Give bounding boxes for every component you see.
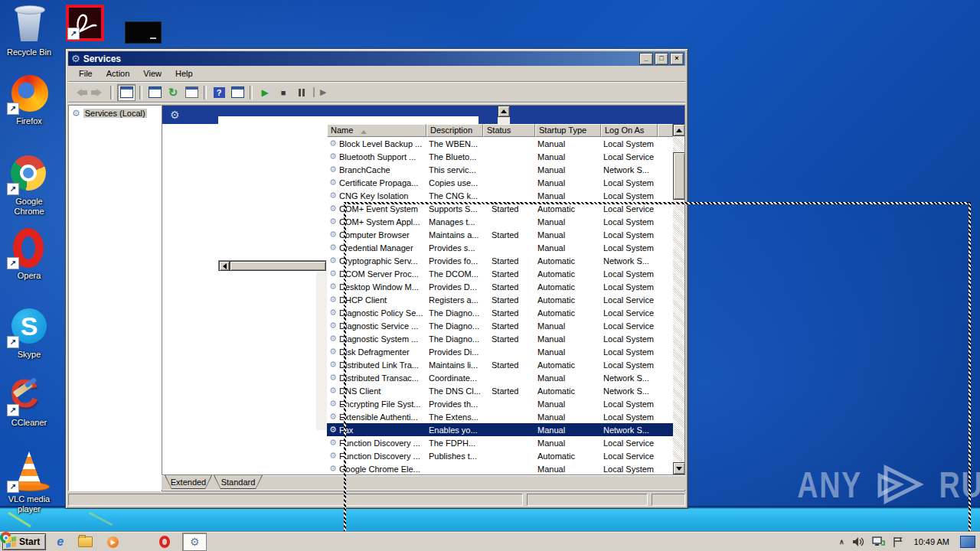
properties-icon[interactable] — [146, 85, 163, 100]
title-bar[interactable]: ⚙ Services _ □ × — [68, 51, 685, 66]
tab-label: Extended — [165, 475, 211, 488]
taskbar-services-button[interactable]: ⚙ — [182, 533, 207, 551]
cell-start: Manual — [535, 217, 601, 227]
service-row-14[interactable]: ⚙Diagnostic Policy Se...The Diagno...Sta… — [327, 306, 673, 319]
windows-explorer-icon[interactable] — [78, 536, 93, 547]
column-header-startup-type[interactable]: Startup Type — [535, 124, 601, 137]
desktop-icon-recycle-bin[interactable]: Recycle Bin — [0, 5, 58, 57]
network-icon[interactable] — [872, 536, 885, 547]
window-icon[interactable] — [229, 85, 246, 100]
vertical-scrollbar[interactable] — [673, 124, 685, 474]
shortcut-arrow-icon: ↗ — [7, 257, 19, 269]
service-row-17[interactable]: ⚙Disk DefragmenterProvides Di...ManualLo… — [327, 345, 673, 358]
refresh-icon[interactable]: ↻ — [165, 85, 181, 100]
service-gear-icon: ⚙ — [327, 360, 339, 370]
service-gear-icon: ⚙ — [327, 321, 339, 331]
cell-desc: The Blueto... — [426, 152, 483, 161]
cell-start: Manual — [535, 399, 601, 409]
service-row-18[interactable]: ⚙Distributed Link Tra...Maintains li...S… — [327, 358, 673, 371]
service-row-11[interactable]: ⚙DCOM Server Proc...The DCOM...StartedAu… — [327, 267, 673, 280]
chrome-icon[interactable] — [133, 536, 145, 548]
black-console-window[interactable] — [125, 21, 162, 44]
menu-file[interactable]: File — [73, 67, 99, 80]
tree-item-services-local[interactable]: ⚙ Services (Local) — [69, 106, 161, 119]
service-row-1[interactable]: ⚙Block Level Backup ...The WBEN...Manual… — [327, 137, 673, 150]
taskbar-clock[interactable]: 10:49 AM — [914, 537, 949, 546]
desktop-icon-vlc[interactable]: ↗ VLC media player — [0, 452, 58, 514]
service-row-20[interactable]: ⚙DNS ClientThe DNS Cl...StartedAutomatic… — [327, 384, 673, 397]
desktop-icon-opera[interactable]: ↗ Opera — [0, 228, 58, 281]
tab-extended[interactable]: Extended — [165, 475, 212, 489]
desktop-icon-google-chrome[interactable]: ↗ Google Chrome — [0, 154, 58, 217]
service-row-10[interactable]: ⚙Cryptographic Serv...Provides fo...Star… — [327, 254, 673, 267]
service-row-5[interactable]: ⚙CNG Key IsolationThe CNG k...ManualLoca… — [327, 189, 673, 202]
pause-service-icon[interactable] — [293, 85, 310, 100]
menu-view[interactable]: View — [137, 67, 168, 80]
scroll-left-button[interactable] — [219, 261, 230, 271]
show-console-tree-icon[interactable] — [117, 84, 136, 101]
tree-item-label: Services (Local) — [83, 109, 147, 118]
service-row-4[interactable]: ⚙Certificate Propaga...Copies use...Manu… — [327, 176, 673, 189]
service-row-25[interactable]: ⚙Function Discovery ...Publishes t...Aut… — [327, 449, 673, 462]
cell-start: Manual — [535, 165, 601, 174]
column-header-name[interactable]: Name — [327, 124, 426, 137]
cell-start: Manual — [535, 439, 601, 448]
desktop-icon-firefox[interactable]: ↗ Firefox — [0, 73, 58, 126]
service-gear-icon: ⚙ — [327, 243, 339, 253]
service-gear-icon: ⚙ — [327, 282, 339, 292]
service-row-21[interactable]: ⚙Encrypting File Syst...Provides th...Ma… — [327, 397, 673, 410]
service-row-23[interactable]: ⚙FaxEnables yo...ManualNetwork S... — [327, 423, 673, 436]
maximize-button[interactable]: □ — [655, 53, 668, 65]
help-icon[interactable]: ? — [211, 85, 227, 100]
close-button[interactable]: × — [670, 53, 684, 65]
column-header-description[interactable]: Description — [426, 124, 483, 137]
service-row-9[interactable]: ⚙Credential ManagerProvides s...ManualLo… — [327, 241, 673, 254]
service-row-26[interactable]: ⚙Google Chrome Ele...ManualLocal System — [327, 462, 673, 475]
volume-icon[interactable] — [852, 536, 864, 547]
menu-action[interactable]: Action — [100, 67, 136, 80]
scroll-down-button[interactable] — [673, 462, 685, 474]
service-row-19[interactable]: ⚙Distributed Transac...Coordinate...Manu… — [327, 371, 673, 384]
tab-standard[interactable]: Standard — [214, 475, 263, 489]
restart-service-icon[interactable]: ▏▶ — [312, 85, 328, 100]
service-row-15[interactable]: ⚙Diagnostic Service ...The Diagno...Star… — [327, 319, 673, 332]
service-row-22[interactable]: ⚙Extensible Authenti...The Extens...Manu… — [327, 410, 673, 423]
scrollbar-track[interactable] — [316, 272, 327, 430]
scroll-up-button[interactable] — [498, 106, 510, 117]
service-row-13[interactable]: ⚙DHCP ClientRegisters a...StartedAutomat… — [327, 293, 673, 306]
start-service-icon[interactable]: ▶ — [256, 85, 273, 100]
service-row-24[interactable]: ⚙Function Discovery ...The FDPH...Manual… — [327, 436, 673, 449]
scrollbar-thumb[interactable] — [230, 261, 326, 271]
hidden-icons-chevron-icon[interactable]: ∧ — [839, 538, 844, 546]
show-desktop-button[interactable] — [960, 536, 975, 548]
service-row-2[interactable]: ⚙Bluetooth Support ...The Blueto...Manua… — [327, 150, 673, 163]
forward-icon[interactable] — [90, 85, 106, 100]
service-row-3[interactable]: ⚙BranchCacheThis servic...ManualNetwork … — [327, 163, 673, 176]
desktop-icon-adobe-acrobat[interactable]: ↗ — [66, 5, 104, 41]
toolbar-separator — [110, 86, 113, 99]
column-header-status[interactable]: Status — [483, 124, 535, 137]
status-pane — [68, 494, 523, 506]
action-center-flag-icon[interactable] — [893, 536, 903, 548]
internet-explorer-icon[interactable]: e — [57, 535, 64, 549]
export-list-icon[interactable] — [183, 85, 200, 100]
back-icon[interactable] — [71, 85, 88, 100]
service-row-12[interactable]: ⚙Desktop Window M...Provides D...Started… — [327, 280, 673, 293]
scrollbar-thumb[interactable] — [673, 152, 685, 200]
horizontal-scrollbar[interactable] — [218, 260, 327, 272]
media-player-icon[interactable]: ▶ — [107, 536, 119, 548]
cell-status: Started — [483, 386, 535, 396]
service-row-16[interactable]: ⚙Diagnostic System ...The Diagno...Start… — [327, 332, 673, 345]
desktop-icon-skype[interactable]: S ↗ Skype — [0, 307, 58, 360]
minimize-button[interactable]: _ — [639, 53, 653, 65]
desktop-icon-ccleaner[interactable]: C ↗ CCleaner — [0, 375, 58, 428]
service-row-7[interactable]: ⚙COM+ System Appl...Manages t...ManualLo… — [327, 215, 673, 228]
scroll-up-button[interactable] — [673, 124, 685, 136]
status-pane — [652, 494, 685, 506]
service-row-8[interactable]: ⚙Computer BrowserMaintains a...StartedMa… — [327, 228, 673, 241]
opera-icon[interactable] — [159, 536, 170, 548]
menu-help[interactable]: Help — [169, 67, 199, 80]
column-header-log-on-as[interactable]: Log On As — [601, 124, 658, 137]
stop-service-icon[interactable]: ■ — [275, 85, 292, 100]
start-label: Start — [19, 536, 40, 547]
